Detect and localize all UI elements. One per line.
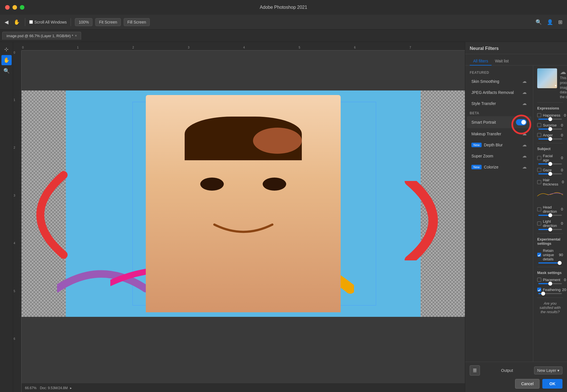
zoom-display[interactable]: 100% <box>75 18 92 26</box>
brush-stroke-red <box>30 170 97 260</box>
minimize-button[interactable] <box>12 5 17 10</box>
tab-all-filters[interactable]: All filters <box>470 57 492 66</box>
gaze-checkbox[interactable] <box>537 168 541 172</box>
fit-screen-button[interactable]: Fit Screen <box>95 18 121 26</box>
filter-jpeg-removal[interactable]: JPEG Artifacts Removal ☁ <box>467 87 531 98</box>
hair-thickness-label: Hair thickness <box>543 178 558 186</box>
separator-1 <box>25 18 25 26</box>
facial-age-slider-track[interactable] <box>538 163 562 165</box>
placement-row: Placement 0 <box>537 278 563 284</box>
filter-depth-blur[interactable]: New Depth Blur ☁ <box>467 139 531 150</box>
head-direction-value: 0 <box>557 207 563 211</box>
thumb-image <box>537 68 557 88</box>
close-button[interactable] <box>5 5 10 10</box>
ruler-h-tick-0: 0 <box>22 46 24 49</box>
retain-unique-slider-thumb[interactable] <box>558 261 562 265</box>
light-direction-slider-track[interactable] <box>538 229 562 230</box>
layers-icon-button[interactable] <box>470 365 480 376</box>
smart-portrait-toggle-wrap <box>516 119 527 125</box>
light-direction-slider-thumb[interactable] <box>548 227 552 231</box>
neural-tabs: All filters Wait list <box>465 54 567 66</box>
head-direction-slider-track[interactable] <box>538 215 562 216</box>
titlebar: Adobe Photoshop 2021 <box>0 0 567 15</box>
depth-blur-name: Depth Blur <box>484 143 503 147</box>
placement-slider-track[interactable] <box>538 283 562 284</box>
gaze-slider-track[interactable] <box>538 173 562 174</box>
light-direction-value: 0 <box>557 221 563 225</box>
gaze-slider-thumb[interactable] <box>548 172 552 176</box>
anger-slider-thumb[interactable] <box>548 137 552 141</box>
surprise-slider-track[interactable] <box>538 128 562 130</box>
expressions-title: Expressions <box>537 106 563 110</box>
light-direction-checkbox[interactable] <box>537 222 541 225</box>
cancel-button[interactable]: Cancel <box>515 379 539 389</box>
move-tool[interactable]: ⊹ <box>1 44 12 54</box>
placement-slider-thumb[interactable] <box>548 282 552 286</box>
maximize-button[interactable] <box>20 5 24 10</box>
preview-thumbnail[interactable]: ▾ <box>537 68 557 88</box>
tab-close-button[interactable]: × <box>75 34 77 38</box>
output-select[interactable]: New Layer ▾ <box>534 366 562 374</box>
hand-tool-button[interactable]: ✋ <box>12 18 21 26</box>
happiness-slider-track[interactable] <box>538 119 562 120</box>
preview-section: ▾ ☁ ↺ This filter processes image data i… <box>537 68 563 103</box>
filter-smart-portrait[interactable]: Smart Portrait <box>467 116 531 128</box>
feathering-slider-track[interactable] <box>538 293 562 294</box>
doc-info-chevron[interactable]: ▸ <box>70 386 72 390</box>
ok-button[interactable]: OK <box>542 379 562 389</box>
head-direction-checkbox[interactable] <box>537 207 541 211</box>
facial-age-checkbox[interactable] <box>537 156 541 160</box>
retain-unique-checkbox[interactable] <box>537 253 541 257</box>
colorize-badge: New <box>471 165 482 169</box>
neural-header: Neural Filters <box>465 42 567 54</box>
smart-portrait-toggle[interactable] <box>516 119 527 125</box>
filter-colorize[interactable]: New Colorize ☁ <box>467 161 531 172</box>
happiness-slider-thumb[interactable] <box>548 117 552 121</box>
status-bar: 66.67% Doc: 9.53M/24.8M ▸ <box>22 383 465 392</box>
search-icon-button[interactable]: 🔍 <box>534 18 543 26</box>
scroll-all-wrap[interactable]: Scroll All Windows <box>29 20 67 24</box>
anger-checkbox[interactable] <box>537 133 541 137</box>
happiness-checkbox[interactable] <box>537 113 541 117</box>
hair-thickness-checkbox[interactable] <box>537 180 541 184</box>
surprise-slider-thumb[interactable] <box>548 127 552 131</box>
gaze-label: Gaze <box>543 168 552 172</box>
hair-thickness-curve[interactable] <box>537 187 563 202</box>
head-direction-slider-thumb[interactable] <box>548 213 552 217</box>
user-icon-button[interactable]: 👤 <box>546 18 554 26</box>
ruler-h-content: 0 1 2 3 4 5 6 7 <box>22 42 465 50</box>
makeup-transfer-name: Makeup Transfer <box>471 132 501 136</box>
filter-skin-smoothing[interactable]: Skin Smoothing ☁ <box>467 76 531 87</box>
back-button[interactable]: ◀ <box>3 18 10 26</box>
anger-slider-track[interactable] <box>538 138 562 140</box>
head-direction-label: Head direction <box>543 205 557 214</box>
vertical-ruler: 0 1 2 3 4 5 6 <box>13 50 22 392</box>
scroll-all-checkbox[interactable] <box>29 20 33 24</box>
surprise-row: Surprise 0 <box>537 123 563 130</box>
image-tab[interactable]: image.psd @ 66.7% (Layer 1, RGB/8#) * × <box>2 32 81 40</box>
checkmark-icon <box>538 254 541 257</box>
feathering-checkbox[interactable] <box>537 288 541 292</box>
surprise-checkbox[interactable] <box>537 123 541 127</box>
svg-rect-0 <box>473 369 477 370</box>
ruler-v-tick-6: 6 <box>14 337 15 340</box>
feathering-slider-thumb[interactable] <box>541 292 545 296</box>
filter-style-transfer[interactable]: Style Transfer ☁ <box>467 98 531 109</box>
zoom-tool[interactable]: 🔍 <box>1 66 12 76</box>
ruler-v-tick-1: 1 <box>14 98 15 102</box>
surprise-slider-container <box>537 128 563 130</box>
divider-1 <box>537 143 563 143</box>
facial-age-slider-thumb[interactable] <box>548 162 552 166</box>
hand-tool[interactable]: ✋ <box>1 55 12 65</box>
person-image <box>146 95 341 312</box>
filter-super-zoom[interactable]: Super Zoom ☁ <box>467 150 531 161</box>
retain-unique-slider-track[interactable] <box>538 262 562 264</box>
beta-label: BETA <box>465 109 533 116</box>
filter-makeup-transfer[interactable]: Makeup Transfer ☁ <box>467 128 531 139</box>
fill-screen-button[interactable]: Fill Screen <box>124 18 150 26</box>
layout-icon-button[interactable]: ⊞ <box>557 18 564 26</box>
tab-wait-list[interactable]: Wait list <box>492 57 512 66</box>
image-main-area[interactable] <box>22 90 465 317</box>
anger-slider-container <box>537 138 563 140</box>
placement-checkbox[interactable] <box>537 278 541 282</box>
